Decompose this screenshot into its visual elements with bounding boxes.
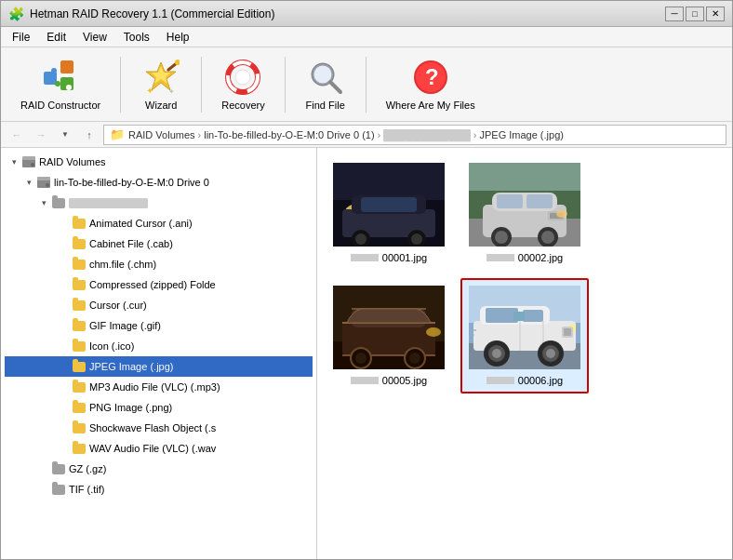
path-part-4: JPEG Image (.jpg): [479, 129, 563, 140]
address-bar: ← → ▼ ↑ 📁 RAID Volumes › lin-To-be-fille…: [1, 122, 732, 148]
label-gz-folder: GZ (.gz): [69, 463, 106, 474]
where-files-label: Where Are My Files: [386, 100, 475, 111]
menu-help[interactable]: Help: [159, 29, 197, 46]
title-bar: 🧩 Hetman RAID Recovery 1.1 (Commercial E…: [1, 1, 732, 27]
label-partition1: ████████████: [69, 198, 148, 208]
path-part-2: lin-To-be-filled-by-O-E-M:0 Drive 0 (1): [204, 129, 374, 140]
svg-point-56: [495, 231, 508, 244]
tree-node-chm-file[interactable]: ▸ chm.file (.chm): [5, 254, 313, 274]
folder-icon-gif-image: [72, 318, 87, 333]
tree-node-mp3-audio[interactable]: ▸ MP3 Audio File (VLC) (.mp3): [5, 377, 313, 397]
minimize-button[interactable]: ─: [665, 7, 684, 21]
svg-rect-81: [564, 328, 571, 336]
menu-view[interactable]: View: [75, 29, 114, 46]
label-gif-image: GIF Image (.gif): [89, 320, 161, 331]
tree-node-jpeg-image[interactable]: ▸ JPEG Image (.jpg): [5, 356, 313, 377]
label-chm-file: chm.file (.chm): [89, 259, 156, 270]
svg-rect-78: [513, 312, 525, 321]
svg-point-69: [409, 353, 420, 364]
folder-icon-wav-audio: [72, 441, 87, 456]
toolbar-sep-4: [366, 57, 366, 113]
menu-file[interactable]: File: [5, 29, 37, 46]
thumbnail-2: [469, 163, 580, 247]
forward-button[interactable]: →: [31, 125, 51, 145]
where-files-button[interactable]: ? Where Are My Files: [374, 52, 487, 117]
tree-node-raid-volumes[interactable]: ▾ RAID Volumes: [5, 152, 313, 172]
file-panel: 00001.jpg: [317, 148, 732, 560]
back-button[interactable]: ←: [7, 125, 27, 145]
find-file-button[interactable]: Find File: [293, 52, 358, 117]
tree-node-drive0[interactable]: ▾ lin-To-be-filled-by-O-E-M:0 Drive 0: [5, 172, 313, 193]
svg-rect-76: [486, 308, 518, 323]
tree-node-cabinet-file[interactable]: ▸ Cabinet File (.cab): [5, 233, 313, 254]
thumbnail-6: [469, 286, 580, 369]
label-mp3-audio: MP3 Audio File (VLC) (.mp3): [89, 381, 220, 393]
thumbnail-1: [333, 163, 445, 247]
folder-icon-partition1: [51, 195, 66, 210]
svg-rect-1: [51, 68, 57, 73]
label-png-image: PNG Image (.png): [89, 402, 172, 413]
recent-locations-button[interactable]: ▼: [55, 125, 75, 145]
folder-icon-shockwave: [72, 420, 87, 435]
svg-rect-0: [44, 72, 57, 85]
wizard-button[interactable]: ✦ ✦ Wizard: [128, 52, 193, 117]
path-folder-icon: 📁: [110, 127, 125, 141]
file-item-5[interactable]: 00005.jpg: [325, 278, 453, 393]
menu-tools[interactable]: Tools: [116, 29, 157, 46]
file-name-1: 00001.jpg: [351, 252, 427, 263]
tree-node-tif-folder[interactable]: ▸ TIF (.tif): [5, 479, 313, 500]
address-path[interactable]: 📁 RAID Volumes › lin-To-be-filled-by-O-E…: [103, 125, 726, 145]
tree-node-png-image[interactable]: ▸ PNG Image (.png): [5, 397, 313, 418]
up-button[interactable]: ↑: [79, 125, 100, 145]
file-item-2[interactable]: 00002.jpg: [460, 155, 589, 271]
tree-node-gif-image[interactable]: ▸ GIF Image (.gif): [5, 315, 313, 336]
expand-raid-volumes[interactable]: ▾: [7, 154, 21, 169]
label-cabinet-file: Cabinet File (.cab): [89, 238, 173, 249]
label-raid-volumes: RAID Volumes: [39, 156, 106, 167]
label-animated-cursor: Animated Cursor (.ani): [89, 218, 193, 229]
label-shockwave: Shockwave Flash Object (.s: [89, 422, 216, 433]
find-file-label: Find File: [306, 100, 345, 111]
svg-rect-32: [333, 163, 445, 200]
recovery-button[interactable]: Recovery: [209, 52, 276, 117]
tree-node-icon-ico[interactable]: ▸ Icon (.ico): [5, 336, 313, 356]
file-item-6[interactable]: 00006.jpg: [460, 278, 589, 393]
maximize-button[interactable]: □: [686, 7, 704, 21]
title-bar-text: Hetman RAID Recovery 1.1 (Commercial Edi…: [30, 7, 274, 20]
toolbar-sep-3: [285, 57, 286, 113]
close-button[interactable]: ✕: [706, 7, 725, 21]
label-icon-ico: Icon (.ico): [89, 340, 134, 352]
svg-line-20: [330, 82, 340, 92]
folder-icon-cursor: [72, 298, 87, 313]
tree-node-gz-folder[interactable]: ▸ GZ (.gz): [5, 459, 313, 479]
expand-drive0[interactable]: ▾: [21, 175, 36, 190]
svg-rect-8: [66, 85, 72, 90]
expand-partition1[interactable]: ▾: [36, 195, 51, 210]
svg-point-17: [235, 70, 250, 85]
toolbar: RAID Constructor ✦ ✦ Wizard: [1, 47, 732, 122]
folder-icon-gz: [51, 461, 66, 476]
tree-node-partition1[interactable]: ▾ ████████████: [5, 193, 313, 213]
tree-node-compressed-folder[interactable]: ▸ Compressed (zipped) Folde: [5, 274, 313, 295]
file-item-1[interactable]: 00001.jpg: [325, 155, 453, 271]
drive-icon-drive0: [36, 175, 51, 190]
svg-rect-25: [22, 156, 35, 160]
tree-node-cursor[interactable]: ▸ Cursor (.cur): [5, 295, 313, 315]
menu-edit[interactable]: Edit: [39, 29, 73, 46]
thumbnail-5: [333, 286, 445, 369]
recovery-label: Recovery: [221, 100, 264, 111]
main-area: ▾ RAID Volumes ▾ lin-To-be-filled-by-O-E…: [1, 148, 732, 560]
svg-point-29: [46, 183, 49, 187]
raid-constructor-icon: [42, 59, 79, 96]
tree-node-shockwave[interactable]: ▸ Shockwave Flash Object (.s: [5, 418, 313, 438]
label-drive0: lin-To-be-filled-by-O-E-M:0 Drive 0: [54, 177, 209, 188]
find-file-icon: [307, 59, 344, 96]
tree-node-wav-audio[interactable]: ▸ WAV Audio File (VLC) (.wav: [5, 438, 313, 459]
folder-icon-mp3-audio: [72, 380, 87, 394]
svg-text:?: ?: [425, 64, 439, 89]
svg-text:✦: ✦: [146, 86, 153, 96]
svg-rect-39: [361, 197, 417, 212]
svg-point-41: [355, 233, 366, 245]
tree-node-animated-cursor[interactable]: ▸ Animated Cursor (.ani): [5, 213, 313, 233]
raid-constructor-button[interactable]: RAID Constructor: [8, 52, 113, 117]
